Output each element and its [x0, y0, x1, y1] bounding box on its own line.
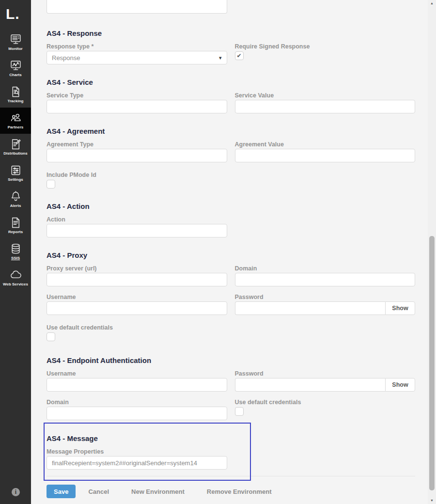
- response-type-label: Response type *: [47, 43, 227, 50]
- sidebar-item-label: Settings: [8, 177, 23, 182]
- service-type-input[interactable]: [47, 100, 227, 113]
- scroll-down-icon[interactable]: ▼: [428, 497, 436, 504]
- service-type-label: Service Type: [47, 92, 227, 99]
- sidebar-item-label: SSIS: [11, 256, 20, 260]
- service-value-input[interactable]: [235, 100, 416, 113]
- sidebar-item-charts[interactable]: Charts: [0, 55, 31, 81]
- section-as4-service: AS4 - Service Service Type Service Value: [47, 78, 415, 113]
- charts-icon: [10, 60, 22, 72]
- ssis-icon: [10, 243, 22, 255]
- section-title: AS4 - Service: [47, 78, 415, 87]
- distributions-icon: [10, 138, 22, 150]
- sidebar-item-label: Partners: [8, 125, 23, 129]
- agreement-value-label: Agreement Value: [235, 141, 416, 148]
- chevron-down-icon: ▾: [219, 55, 222, 61]
- section-title: AS4 - Response: [47, 29, 415, 38]
- section-as4-agreement: AS4 - Agreement Agreement Type Agreement…: [47, 127, 415, 189]
- truncated-top-field[interactable]: [47, 0, 227, 14]
- new-environment-button[interactable]: New Environment: [131, 488, 185, 495]
- proxy-password-label: Password: [235, 293, 416, 301]
- main-content: AS4 - Response Response type * Response …: [31, 0, 436, 470]
- endpoint-use-default-credentials-label: Use default credentials: [235, 398, 416, 406]
- vertical-scrollbar[interactable]: ▲ ▼: [428, 0, 436, 504]
- section-as4-proxy: AS4 - Proxy Proxy server (url) Domain Us…: [47, 251, 415, 341]
- app-logo: L.: [0, 0, 31, 29]
- section-as4-endpoint-authentication: AS4 - Endpoint Authentication Username P…: [47, 356, 415, 420]
- sidebar-item-settings[interactable]: Settings: [0, 160, 31, 186]
- sidebar-item-label: Alerts: [10, 204, 21, 208]
- response-type-value: Response: [52, 54, 80, 62]
- reports-icon: [10, 217, 22, 229]
- proxy-username-label: Username: [47, 293, 227, 301]
- tracking-icon: [10, 86, 22, 98]
- section-title: AS4 - Message: [47, 434, 415, 443]
- info-icon[interactable]: i: [12, 488, 20, 496]
- section-title: AS4 - Agreement: [47, 127, 415, 136]
- sidebar-item-tracking[interactable]: Tracking: [0, 81, 31, 108]
- proxy-domain-input[interactable]: [235, 273, 416, 286]
- action-input[interactable]: [47, 224, 227, 237]
- sidebar-item-label: Monitor: [8, 47, 22, 51]
- endpoint-password-input[interactable]: [235, 378, 386, 392]
- message-properties-input[interactable]: [47, 456, 227, 470]
- endpoint-use-default-credentials-checkbox[interactable]: [235, 407, 244, 416]
- sidebar: L. Monitor Charts Tracking Partners Dist…: [0, 0, 31, 504]
- section-as4-message: AS4 - Message Message Properties: [47, 434, 415, 470]
- monitor-icon: [10, 33, 22, 46]
- footer-action-bar: Save Cancel New Environment Remove Envir…: [47, 476, 415, 498]
- sidebar-item-label: Reports: [8, 230, 23, 234]
- proxy-username-input[interactable]: [47, 301, 227, 315]
- check-icon: ✔: [236, 52, 241, 59]
- sidebar-item-monitor[interactable]: Monitor: [0, 29, 31, 55]
- sidebar-item-alerts[interactable]: Alerts: [0, 186, 31, 212]
- sidebar-item-ssis[interactable]: SSIS: [0, 238, 31, 265]
- section-title: AS4 - Action: [47, 202, 415, 211]
- proxy-use-default-credentials-checkbox[interactable]: [47, 332, 55, 341]
- cancel-button[interactable]: Cancel: [88, 488, 109, 495]
- sidebar-item-label: Tracking: [8, 99, 24, 103]
- endpoint-username-input[interactable]: [47, 378, 227, 392]
- scroll-up-icon[interactable]: ▲: [428, 0, 436, 7]
- agreement-type-label: Agreement Type: [47, 141, 227, 148]
- settings-icon: [10, 164, 22, 176]
- agreement-value-input[interactable]: [235, 149, 416, 162]
- require-signed-response-checkbox[interactable]: ✔: [235, 51, 244, 60]
- sidebar-item-web-services[interactable]: Web Services: [0, 265, 31, 291]
- proxy-show-password-button[interactable]: Show: [385, 301, 415, 315]
- proxy-server-input[interactable]: [47, 273, 227, 286]
- sidebar-item-reports[interactable]: Reports: [0, 212, 31, 238]
- scrollbar-thumb[interactable]: [429, 236, 435, 490]
- sidebar-item-label: Charts: [9, 73, 21, 77]
- include-pmode-id-checkbox[interactable]: [47, 180, 55, 189]
- alerts-icon: [10, 190, 22, 203]
- action-label: Action: [47, 216, 227, 223]
- proxy-domain-label: Domain: [235, 265, 416, 272]
- service-value-label: Service Value: [235, 92, 416, 99]
- endpoint-password-label: Password: [235, 370, 416, 378]
- message-properties-label: Message Properties: [47, 448, 227, 456]
- partners-icon: [10, 112, 22, 124]
- sidebar-item-partners[interactable]: Partners: [0, 108, 31, 134]
- proxy-password-input[interactable]: [235, 301, 386, 315]
- section-title: AS4 - Proxy: [47, 251, 415, 260]
- sidebar-item-label: Web Services: [3, 282, 28, 286]
- include-pmode-id-label: Include PMode Id: [47, 171, 415, 179]
- proxy-use-default-credentials-label: Use default credentials: [47, 324, 415, 331]
- endpoint-domain-input[interactable]: [47, 407, 227, 420]
- require-signed-response-label: Require Signed Response: [235, 43, 416, 50]
- endpoint-username-label: Username: [47, 370, 227, 378]
- sidebar-item-distributions[interactable]: Distributions: [0, 134, 31, 160]
- web-services-icon: [10, 269, 22, 281]
- section-as4-action: AS4 - Action Action: [47, 202, 415, 237]
- endpoint-domain-label: Domain: [47, 398, 227, 406]
- agreement-type-input[interactable]: [47, 149, 227, 162]
- save-button[interactable]: Save: [47, 485, 76, 498]
- endpoint-show-password-button[interactable]: Show: [385, 378, 415, 392]
- proxy-server-label: Proxy server (url): [47, 265, 227, 272]
- remove-environment-button[interactable]: Remove Environment: [207, 488, 272, 495]
- response-type-dropdown[interactable]: Response ▾: [47, 51, 227, 64]
- section-as4-response: AS4 - Response Response type * Response …: [47, 29, 415, 64]
- sidebar-item-label: Distributions: [3, 151, 27, 156]
- section-title: AS4 - Endpoint Authentication: [47, 356, 415, 365]
